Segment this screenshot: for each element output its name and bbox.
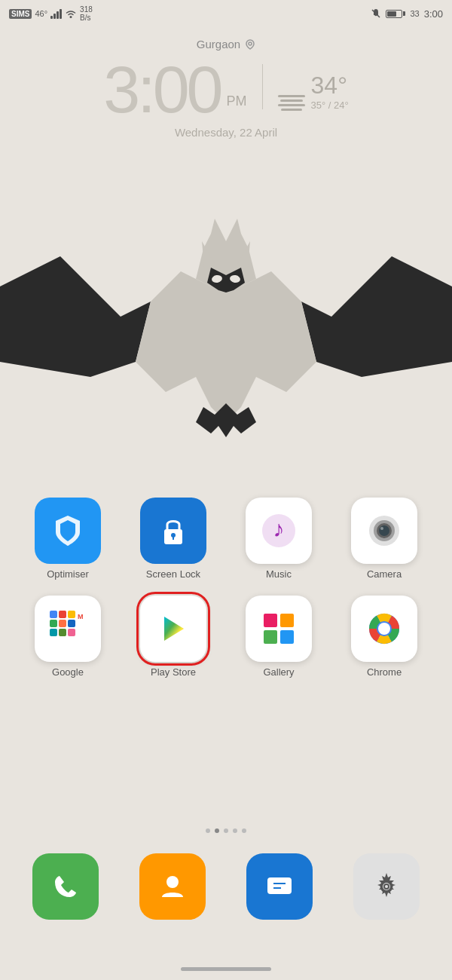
gallery-label: Gallery [263, 666, 294, 678]
svg-rect-17 [50, 620, 57, 627]
google-apps-icon: M [47, 608, 89, 650]
app-optimiser[interactable]: Optimiser [23, 498, 113, 580]
app-chrome[interactable]: Chrome [339, 596, 429, 678]
messages-icon [261, 868, 298, 905]
carrier-label: SIMS [9, 9, 32, 19]
page-dot-4[interactable] [233, 828, 237, 833]
svg-rect-18 [59, 620, 66, 627]
play-store-icon [154, 609, 193, 648]
shield-icon [48, 511, 87, 550]
google-icon-bg: M [35, 596, 101, 662]
clock-area: Gurgaon 3:00 PM 34° 35° / 24° Wednesday,… [0, 30, 452, 139]
music-note-icon: ♪ [259, 511, 298, 550]
location-text: Gurgaon [197, 38, 240, 51]
status-right: 33 3:00 [371, 8, 443, 20]
app-grid-row2: M Google [0, 596, 452, 684]
screenlock-label: Screen Lock [146, 568, 200, 580]
status-time: 3:00 [424, 8, 443, 20]
phone-icon-bg [32, 853, 99, 920]
svg-rect-16 [68, 611, 75, 618]
clock-row: 3:00 PM 34° 35° / 24° [103, 57, 348, 123]
weather-divider [262, 64, 263, 109]
app-row-2: M Google [15, 596, 437, 678]
page-dot-3[interactable] [224, 828, 228, 833]
svg-rect-34 [267, 877, 292, 894]
home-indicator[interactable] [181, 967, 271, 971]
mute-icon [371, 8, 381, 19]
svg-point-32 [378, 623, 390, 635]
dock [0, 853, 452, 920]
clock-time: 3:00 [103, 57, 220, 123]
svg-rect-26 [280, 614, 294, 627]
app-playstore[interactable]: Play Store [128, 596, 218, 678]
svg-point-0 [70, 16, 72, 18]
batman-wallpaper [0, 211, 452, 498]
page-dot-1[interactable] [206, 828, 210, 833]
lock-icon [154, 511, 193, 550]
clock-pm: PM [227, 93, 247, 109]
dock-contacts[interactable] [127, 853, 218, 920]
camera-label: Camera [367, 568, 402, 580]
svg-rect-27 [264, 630, 277, 644]
location-pin-icon [245, 39, 255, 50]
svg-rect-25 [264, 614, 277, 627]
optimiser-label: Optimiser [47, 568, 89, 580]
dock-settings[interactable] [341, 853, 432, 920]
optimiser-icon [35, 498, 101, 564]
wifi-icon [65, 8, 77, 19]
screenlock-icon [140, 498, 206, 564]
camera-icon [365, 511, 404, 550]
svg-text:♪: ♪ [273, 516, 285, 541]
google-label: Google [52, 666, 84, 678]
app-music[interactable]: ♪ Music [234, 498, 324, 580]
camera-icon-bg [351, 498, 417, 564]
svg-rect-19 [68, 620, 75, 627]
svg-rect-20 [50, 629, 57, 636]
chrome-label: Chrome [367, 666, 402, 678]
signal-strength: 46° [35, 9, 47, 18]
app-row-1: Optimiser Screen Lock ♪ Music [15, 498, 437, 580]
dock-phone[interactable] [20, 853, 111, 920]
gallery-icon [259, 609, 298, 648]
location-row: Gurgaon [197, 38, 255, 51]
page-dot-5[interactable] [242, 828, 246, 833]
app-camera[interactable]: Camera [339, 498, 429, 580]
chrome-icon [365, 609, 404, 648]
contacts-icon-bg [139, 853, 206, 920]
svg-point-1 [249, 42, 252, 45]
app-screenlock[interactable]: Screen Lock [128, 498, 218, 580]
weather-temp: 34° [311, 72, 347, 100]
svg-rect-21 [59, 629, 66, 636]
contacts-icon [154, 868, 191, 905]
svg-rect-28 [280, 630, 294, 644]
messages-icon-bg [246, 853, 313, 920]
haze-weather-icon [278, 95, 305, 111]
svg-rect-15 [59, 611, 66, 618]
svg-rect-6 [173, 536, 174, 540]
svg-rect-14 [50, 611, 57, 618]
playstore-icon-bg [140, 596, 206, 662]
batman-svg [0, 211, 452, 498]
page-dot-2[interactable] [215, 828, 219, 833]
battery-icon [386, 10, 405, 18]
gallery-icon-bg [246, 596, 312, 662]
playstore-label: Play Store [151, 666, 196, 678]
svg-text:M: M [78, 613, 84, 620]
app-gallery[interactable]: Gallery [234, 596, 324, 678]
phone-icon [47, 868, 84, 905]
dock-messages[interactable] [234, 853, 325, 920]
weather-range: 35° / 24° [311, 100, 349, 111]
status-left: SIMS 46° 318B/s [9, 5, 93, 22]
battery-percent: 33 [410, 9, 419, 18]
network-speed: 318B/s [80, 5, 93, 22]
app-google[interactable]: M Google [23, 596, 113, 678]
svg-point-12 [379, 525, 389, 536]
chrome-icon-bg [351, 596, 417, 662]
svg-marker-24 [164, 617, 184, 641]
signal-bars [50, 8, 62, 19]
app-grid-row1: Optimiser Screen Lock ♪ Music [0, 498, 452, 586]
svg-point-13 [380, 527, 383, 530]
settings-icon-bg [353, 853, 420, 920]
music-icon-bg: ♪ [246, 498, 312, 564]
svg-point-33 [166, 876, 179, 888]
